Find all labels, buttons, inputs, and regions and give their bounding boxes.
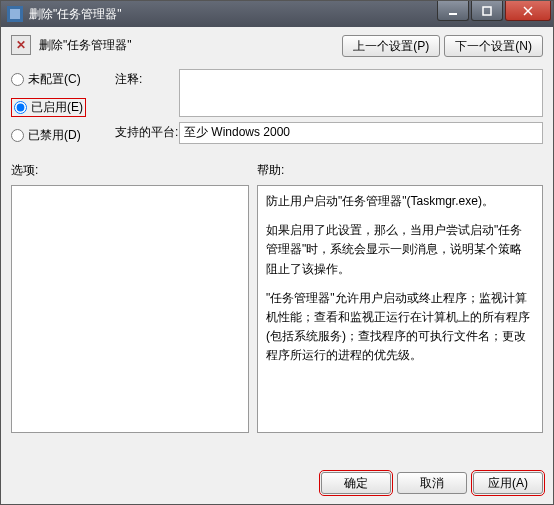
close-icon xyxy=(523,6,533,16)
bottom-button-bar: 确定 取消 应用(A) xyxy=(1,464,553,504)
nav-buttons: 上一个设置(P) 下一个设置(N) xyxy=(342,35,543,57)
radio-enabled-highlight: 已启用(E) xyxy=(11,98,86,117)
minimize-icon xyxy=(448,6,458,16)
minimize-button[interactable] xyxy=(437,1,469,21)
prev-setting-button[interactable]: 上一个设置(P) xyxy=(342,35,440,57)
comment-input[interactable] xyxy=(179,69,543,117)
help-pane: 防止用户启动"任务管理器"(Taskmgr.exe)。 如果启用了此设置，那么，… xyxy=(257,185,543,433)
window-controls xyxy=(437,1,553,27)
dialog-window: 删除"任务管理器" ✕ 删除"任务管理器" 上一个设置(P) 下一个设置(N) xyxy=(0,0,554,505)
radio-disabled[interactable]: 已禁用(D) xyxy=(11,127,111,144)
next-setting-button[interactable]: 下一个设置(N) xyxy=(444,35,543,57)
apply-button[interactable]: 应用(A) xyxy=(473,472,543,494)
options-pane xyxy=(11,185,249,433)
header-row: ✕ 删除"任务管理器" 上一个设置(P) 下一个设置(N) xyxy=(11,35,543,57)
platform-label: 支持的平台: xyxy=(115,122,175,141)
radio-disabled-input[interactable] xyxy=(11,129,24,142)
platform-field[interactable] xyxy=(179,122,543,144)
policy-icon: ✕ xyxy=(11,35,31,55)
svg-rect-1 xyxy=(483,7,491,15)
content-area: ✕ 删除"任务管理器" 上一个设置(P) 下一个设置(N) 未配置(C) 已启用… xyxy=(1,27,553,464)
radio-not-configured-input[interactable] xyxy=(11,73,24,86)
help-p2: 如果启用了此设置，那么，当用户尝试启动"任务管理器"时，系统会显示一则消息，说明… xyxy=(266,221,534,279)
radio-not-configured-label: 未配置(C) xyxy=(28,71,81,88)
panes: 防止用户启动"任务管理器"(Taskmgr.exe)。 如果启用了此设置，那么，… xyxy=(11,185,543,433)
help-label: 帮助: xyxy=(257,162,284,179)
radio-disabled-label: 已禁用(D) xyxy=(28,127,81,144)
lower-labels: 选项: 帮助: xyxy=(11,162,543,179)
ok-button[interactable]: 确定 xyxy=(321,472,391,494)
options-label: 选项: xyxy=(11,162,257,179)
radio-not-configured[interactable]: 未配置(C) xyxy=(11,71,111,88)
help-p3: "任务管理器"允许用户启动或终止程序；监视计算机性能；查看和监视正运行在计算机上… xyxy=(266,289,534,366)
svg-rect-0 xyxy=(449,13,457,15)
maximize-icon xyxy=(482,6,492,16)
state-radio-group: 未配置(C) 已启用(E) 已禁用(D) xyxy=(11,69,111,144)
app-icon xyxy=(7,6,23,22)
settings-grid: 未配置(C) 已启用(E) 已禁用(D) 注释: 支持的平台: xyxy=(11,69,543,144)
comment-label: 注释: xyxy=(115,69,175,88)
radio-enabled-label: 已启用(E) xyxy=(31,99,83,116)
policy-title: 删除"任务管理器" xyxy=(39,35,334,54)
maximize-button[interactable] xyxy=(471,1,503,21)
window-title: 删除"任务管理器" xyxy=(29,6,437,23)
titlebar: 删除"任务管理器" xyxy=(1,1,553,27)
radio-enabled[interactable]: 已启用(E) xyxy=(11,98,111,117)
radio-enabled-input[interactable] xyxy=(14,101,27,114)
help-p1: 防止用户启动"任务管理器"(Taskmgr.exe)。 xyxy=(266,192,534,211)
cancel-button[interactable]: 取消 xyxy=(397,472,467,494)
close-button[interactable] xyxy=(505,1,551,21)
